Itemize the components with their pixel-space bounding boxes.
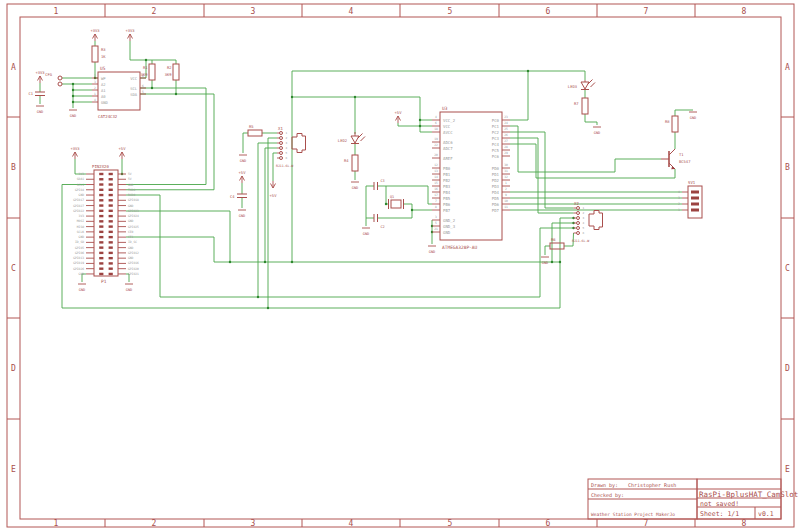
- resistors[interactable]: R1 3K9 R2 3K9 R3 1K R4 R5 R6 R7 R8: [92, 46, 678, 249]
- wire[interactable]: [510, 144, 675, 178]
- supply-label: +5V: [119, 146, 127, 151]
- mcu-pin-number: 13: [434, 169, 438, 173]
- header-pin-label: GPIO25: [128, 225, 139, 229]
- header-pin-label: SCL1: [77, 183, 84, 187]
- header-p1[interactable]: PIN2X20 P1 3V35VSDA15VSCL1GNDGPIO4TXD0GN…: [73, 164, 139, 285]
- frame-row-label: B: [785, 163, 790, 172]
- mcu-pin-number: 9: [505, 193, 507, 197]
- mcu-pin-number: 2: [505, 187, 507, 191]
- x1-ref: X1: [278, 126, 283, 131]
- gnd-label: GND: [37, 110, 43, 114]
- header-pin-label: ID_SD: [75, 240, 84, 244]
- mcu-pin-name: PC1: [492, 124, 500, 129]
- wire[interactable]: [292, 71, 585, 80]
- wire[interactable]: [510, 71, 528, 120]
- mcu-pin-number: 29: [504, 151, 508, 155]
- mcu-pin-number: 7: [435, 199, 437, 203]
- capacitor-c2: C2: [374, 214, 385, 229]
- c3-ref: C3: [381, 179, 385, 183]
- header-pin-label: SCLK: [77, 230, 84, 234]
- led2[interactable]: LED2: [338, 132, 365, 144]
- mcu-pin-name: PC6: [492, 154, 500, 159]
- u5-pin-name: GND: [101, 100, 109, 105]
- wire[interactable]: [126, 88, 206, 185]
- mcu-pin-name: PD1: [492, 172, 500, 177]
- wire[interactable]: [585, 114, 597, 125]
- wire[interactable]: [420, 97, 432, 132]
- header-pin-label: CE1: [128, 235, 134, 239]
- x2-pin-number: 1: [583, 206, 585, 210]
- header-pin-label: CE0: [128, 230, 134, 234]
- mcu-pin-name: VCC_2: [443, 118, 456, 123]
- mcu-pin-number: 27: [504, 139, 508, 143]
- mcu-pin-name: PD4: [492, 190, 500, 195]
- wire[interactable]: [510, 138, 574, 213]
- x2-ref: X2: [574, 201, 579, 206]
- header-pin-label: GPIO22: [73, 209, 84, 213]
- junction-dot: [175, 93, 177, 95]
- supply-symbols[interactable]: +3V3+3V3+3V3+3V3+5V+5V+5V+5V: [35, 28, 402, 198]
- header-pin-label: GND: [79, 193, 85, 197]
- title-block: Drawn by: Christopher Rush Checked by: W…: [588, 479, 798, 519]
- wire[interactable]: [545, 246, 550, 255]
- frame-row-label: A: [11, 63, 16, 72]
- r3-ref: R3: [101, 47, 106, 52]
- wire[interactable]: [258, 143, 277, 297]
- c2-ref: C2: [381, 225, 385, 229]
- frame-col-label: 6: [546, 519, 551, 528]
- mcu-pin-number: 10: [504, 199, 508, 203]
- frame-col-label: 2: [152, 519, 157, 528]
- wire[interactable]: [398, 123, 420, 126]
- schematic-canvas: 1122334455667788AABBCCDDEE GNDGNDGNDGNDG…: [0, 0, 800, 531]
- frame-row-label: D: [785, 364, 790, 373]
- mcu-pin-name: PD3: [492, 184, 500, 189]
- frame-col-label: 8: [742, 519, 747, 528]
- q1-ref: Q1: [390, 195, 394, 199]
- mcu-pin-number: 30: [504, 163, 508, 167]
- drawn-by-value: Christopher Rush: [628, 482, 676, 489]
- transistor-t1[interactable]: T1 BC547: [661, 149, 690, 169]
- header-pin-label: GPIO19: [73, 261, 84, 265]
- junction-dot: [72, 101, 74, 103]
- frame-col-label: 5: [448, 7, 453, 16]
- eeprom-u5[interactable]: U5 CAT24C32 WP7A23A12A01GND4VCC8SCL6SDA5…: [45, 66, 146, 119]
- rj11-jack-x1[interactable]: X1 RJ11-6L-W 123456: [276, 126, 306, 168]
- gnd-label: GND: [690, 116, 696, 120]
- junction-dot: [527, 70, 529, 72]
- header-pin-label: GPIO5: [75, 246, 84, 250]
- wire[interactable]: [510, 126, 661, 172]
- wire[interactable]: [386, 204, 412, 218]
- p1-value: PIN2X20: [92, 164, 109, 169]
- mcu-pin-number: 23: [504, 115, 508, 119]
- c4-ref: C4: [230, 194, 235, 199]
- r2-value: 3K9: [165, 72, 173, 77]
- cfg-pad-1[interactable]: [58, 76, 62, 80]
- frame-row-label: D: [11, 364, 16, 373]
- wire[interactable]: [126, 94, 214, 190]
- mcu-pin-name: PB7: [443, 208, 451, 213]
- mcu-pin-number: 25: [504, 127, 508, 131]
- wire[interactable]: [126, 237, 214, 262]
- junction-dot: [229, 261, 231, 263]
- frame-col-label: 3: [251, 7, 256, 16]
- x2-pin-number: 5: [583, 226, 585, 230]
- cfg-pad-2[interactable]: [58, 82, 62, 86]
- rj11-jack-x2[interactable]: X2 RJ11-6L-W 123456: [572, 201, 603, 244]
- u5-pin-name: SCL: [130, 86, 138, 91]
- crystal-q1[interactable]: Q1: [389, 195, 404, 210]
- mcu-pin-number: 11: [504, 205, 508, 209]
- frame-row-label: B: [11, 163, 16, 172]
- header-pin-label: GND: [79, 235, 85, 239]
- supply-label: +5V: [270, 193, 278, 198]
- sv1-pin-number: 3: [678, 196, 680, 200]
- wire[interactable]: [510, 132, 574, 208]
- led3[interactable]: LED3: [568, 80, 595, 90]
- header-pin-label: RXD0: [128, 193, 135, 197]
- mcu-u3[interactable]: U3 ATMEGA328P-AU VCC_24VCC6AVCC18ADC619A…: [432, 106, 510, 250]
- header-pin-label: GPIO16: [128, 261, 139, 265]
- connector-sv1[interactable]: SV1 4321: [678, 180, 702, 219]
- mcu-pin-number: 12: [434, 163, 438, 167]
- header-pin-label: GPIO27: [73, 204, 84, 208]
- header-pin-label: 5V: [128, 177, 132, 181]
- r3-value: 1K: [101, 54, 106, 59]
